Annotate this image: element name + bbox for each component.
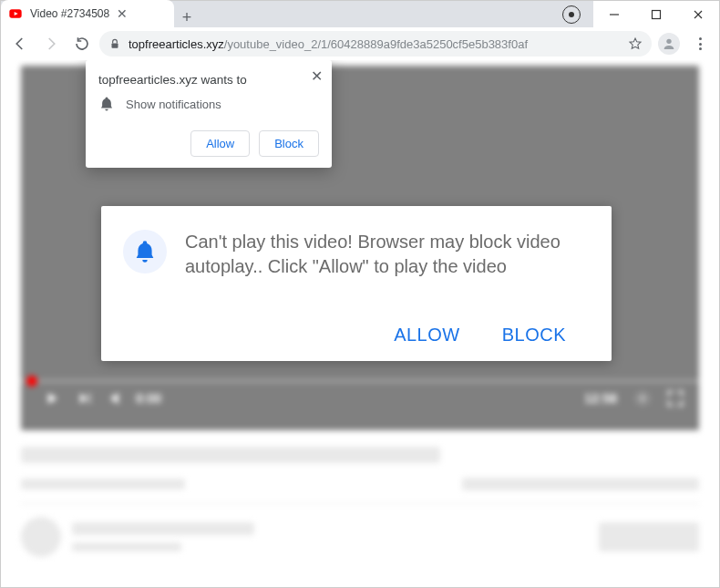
skeleton-actions (462, 478, 699, 490)
browser-menu-button[interactable] (686, 30, 714, 57)
new-tab-button[interactable]: + (174, 8, 200, 27)
lock-icon (108, 37, 121, 50)
prompt-allow-button[interactable]: Allow (190, 130, 250, 157)
volume-icon[interactable] (105, 388, 130, 408)
bell-icon (98, 96, 115, 112)
video-current-time: 0:00 (136, 391, 161, 406)
skeleton-subscribe (599, 522, 699, 552)
fake-modal-message: Can't play this video! Browser may block… (185, 230, 586, 279)
fake-block-button[interactable]: BLOCK (502, 325, 566, 346)
page-viewport: PCrisk.com 0:00 12:58 (0, 60, 720, 588)
window-close-button[interactable] (677, 1, 719, 27)
skeleton-avatar (21, 517, 61, 557)
skeleton-channel-name (72, 522, 254, 535)
fake-allow-button[interactable]: ALLOW (394, 325, 460, 346)
profile-avatar-button[interactable] (655, 30, 683, 57)
skeleton-title (21, 447, 440, 463)
tab-strip: Video #2734508 ✕ + (1, 1, 593, 27)
nav-back-button[interactable] (6, 30, 34, 57)
video-progress-thumb[interactable] (26, 376, 37, 387)
browser-toolbar: topfreearticles.xyz/youtube_video_2/1/60… (0, 27, 720, 60)
notification-permission-prompt: ✕ topfreearticles.xyz wants to Show noti… (86, 60, 332, 168)
fullscreen-icon[interactable] (663, 388, 688, 408)
skeleton-views (21, 479, 185, 490)
prompt-close-icon[interactable]: ✕ (311, 67, 323, 85)
prompt-capability-text: Show notifications (126, 98, 221, 111)
svg-point-6 (666, 39, 671, 44)
browser-tab[interactable]: Video #2734508 ✕ (1, 0, 174, 27)
address-bar[interactable]: topfreearticles.xyz/youtube_video_2/1/60… (99, 31, 652, 57)
fake-allow-modal: Can't play this video! Browser may block… (101, 206, 612, 361)
bookmark-star-icon[interactable] (628, 36, 643, 51)
nav-forward-button[interactable] (37, 30, 65, 57)
play-icon[interactable] (39, 388, 65, 408)
next-icon[interactable] (72, 388, 98, 408)
tab-title: Video #2734508 (30, 7, 109, 20)
window-minimize-button[interactable] (593, 1, 635, 27)
bell-icon (123, 230, 167, 273)
window-maximize-button[interactable] (635, 1, 677, 27)
window-controls (593, 1, 719, 27)
svg-rect-2 (653, 10, 661, 18)
prompt-block-button[interactable]: Block (259, 130, 319, 157)
url-text: topfreearticles.xyz/youtube_video_2/1/60… (129, 37, 528, 51)
reload-button[interactable] (68, 30, 96, 57)
divider (21, 503, 699, 504)
svg-point-7 (641, 397, 645, 401)
media-indicator-icon[interactable] (562, 5, 581, 24)
video-duration: 12:58 (584, 391, 617, 406)
window-titlebar: Video #2734508 ✕ + (0, 0, 720, 27)
video-progress-bar[interactable] (21, 379, 699, 383)
settings-icon[interactable] (630, 388, 655, 408)
tab-close-icon[interactable]: ✕ (117, 6, 128, 21)
svg-rect-5 (112, 43, 118, 47)
prompt-origin-text: topfreearticles.xyz wants to (98, 73, 319, 87)
youtube-icon (8, 6, 23, 21)
skeleton-subs (72, 542, 181, 552)
video-controls: 0:00 12:58 (21, 379, 699, 430)
